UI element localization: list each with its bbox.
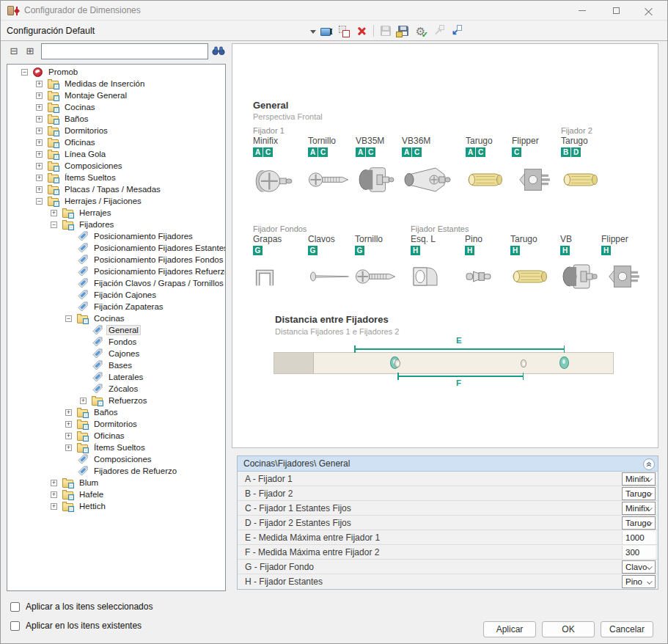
toolbar-separator bbox=[373, 25, 374, 37]
tree-item-general[interactable]: General bbox=[7, 324, 225, 336]
expand-plus-icon[interactable]: + bbox=[36, 175, 43, 181]
expand-plus-icon[interactable]: + bbox=[51, 503, 57, 510]
tree-item-herrajes-fijaciones[interactable]: −Herrajes / Fijaciones bbox=[7, 195, 225, 207]
collapse-minus-icon[interactable]: − bbox=[21, 69, 28, 76]
tree-item-promob[interactable]: −Promob bbox=[7, 66, 225, 78]
tree-item-tems-sueltos[interactable]: +Ítems Sueltos bbox=[7, 442, 225, 453]
expand-plus-icon[interactable]: + bbox=[36, 104, 43, 111]
expand-plus-icon[interactable]: + bbox=[80, 398, 87, 404]
search-input[interactable] bbox=[41, 43, 208, 59]
tree-item-hafele[interactable]: +Hafele bbox=[7, 489, 225, 500]
copy-config-icon[interactable] bbox=[338, 25, 350, 37]
tree-item-ba-os[interactable]: +Baños bbox=[7, 113, 225, 125]
ok-button[interactable]: OK bbox=[542, 621, 595, 637]
tree-item-fijadores-de-refuerzo[interactable]: Fijadores de Refuerzo bbox=[7, 465, 225, 477]
apply-existing-items-option[interactable]: Aplicar en los itens existentes bbox=[10, 621, 142, 631]
chevron-down-icon[interactable] bbox=[310, 30, 316, 37]
property-value-input[interactable]: 1000 bbox=[622, 531, 656, 544]
tree-item-hettich[interactable]: +Hettich bbox=[7, 500, 225, 512]
tree-item-ba-os[interactable]: +Baños bbox=[7, 406, 225, 418]
expand-plus-icon[interactable]: + bbox=[36, 139, 43, 146]
expand-plus-icon[interactable]: + bbox=[65, 421, 72, 428]
tree-item-cocinas[interactable]: −Cocinas bbox=[7, 312, 225, 324]
collapse-all-icon[interactable]: ⊟ bbox=[8, 44, 20, 57]
tree-item-posicionamiento-fijadores[interactable]: Posicionamiento Fijadores bbox=[7, 230, 225, 242]
expand-plus-icon[interactable]: + bbox=[36, 116, 43, 122]
property-dropdown[interactable]: Tarugo bbox=[622, 516, 656, 530]
tree-item-tems-sueltos[interactable]: +Ítems Sueltos bbox=[7, 172, 225, 183]
expand-plus-icon[interactable]: + bbox=[51, 491, 57, 498]
tree-item-fijadores[interactable]: −Fijadores bbox=[7, 219, 225, 230]
expand-all-icon[interactable]: ⊞ bbox=[24, 44, 36, 57]
tree-item-bases[interactable]: Bases bbox=[7, 359, 225, 371]
tree-item-dormitorios[interactable]: +Dormitorios bbox=[7, 125, 225, 136]
tree-item-blum[interactable]: +Blum bbox=[7, 477, 225, 489]
expand-plus-icon[interactable]: + bbox=[36, 163, 43, 169]
expand-plus-icon[interactable]: + bbox=[36, 186, 43, 193]
badge-h: H bbox=[411, 246, 420, 255]
expand-plus-icon[interactable]: + bbox=[36, 81, 43, 87]
tree-item-fijaci-n-clavos-grapas-tornillos[interactable]: Fijación Clavos / Grapas / Tornillos bbox=[7, 277, 225, 289]
tree-item-l-nea-gola[interactable]: +Línea Gola bbox=[7, 148, 225, 160]
expand-plus-icon[interactable]: + bbox=[65, 444, 72, 451]
property-value-input[interactable]: 300 bbox=[622, 546, 656, 559]
tree-item-oficinas[interactable]: +Oficinas bbox=[7, 136, 225, 148]
apply-button[interactable]: Aplicar bbox=[483, 621, 536, 637]
collapse-minus-icon[interactable]: − bbox=[51, 222, 57, 228]
tree-item-dormitorios[interactable]: +Dormitorios bbox=[7, 418, 225, 430]
property-dropdown[interactable]: Minifix bbox=[622, 472, 656, 486]
property-dropdown[interactable]: Clavo bbox=[622, 560, 656, 574]
expand-plus-icon[interactable]: + bbox=[36, 128, 43, 134]
tree-item-fondos[interactable]: Fondos bbox=[7, 336, 225, 348]
close-button[interactable] bbox=[632, 1, 664, 20]
tree-item-posicionamiento-fijadores-estantes[interactable]: Posicionamiento Fijadores Estantes bbox=[7, 242, 225, 254]
tree-item-laterales[interactable]: Laterales bbox=[7, 371, 225, 383]
tag-icon bbox=[92, 348, 103, 359]
apply-selected-items-option[interactable]: Aplicar a los itens seleccionados bbox=[10, 601, 153, 612]
tree-item-cocinas[interactable]: +Cocinas bbox=[7, 101, 225, 113]
tree-item-montaje-general[interactable]: +Montaje General bbox=[7, 89, 225, 101]
tree-item-composiciones[interactable]: +Composiciones bbox=[7, 160, 225, 172]
expand-plus-icon[interactable]: + bbox=[65, 409, 72, 416]
property-dropdown[interactable]: Tarugo bbox=[622, 487, 656, 500]
config-name-combobox[interactable]: Configuración Default bbox=[7, 26, 95, 36]
expand-plus-icon[interactable]: + bbox=[36, 151, 43, 158]
import-icon[interactable] bbox=[449, 25, 462, 37]
tree-item-fijaci-n-zapateras[interactable]: Fijación Zapateras bbox=[7, 301, 225, 312]
delete-config-icon[interactable] bbox=[356, 25, 368, 37]
save-as-icon[interactable] bbox=[397, 25, 409, 37]
property-dropdown[interactable]: Pino bbox=[622, 575, 656, 588]
checkbox-unchecked-icon[interactable] bbox=[10, 621, 20, 631]
search-binoculars-icon[interactable] bbox=[212, 45, 225, 59]
tree-item-composiciones[interactable]: Composiciones bbox=[7, 453, 225, 465]
tree-item-oficinas[interactable]: +Oficinas bbox=[7, 430, 225, 442]
folder-icon bbox=[77, 315, 88, 323]
collapse-minus-icon[interactable]: − bbox=[65, 315, 72, 322]
folder-icon bbox=[77, 409, 88, 417]
tree-item-medidas-de-inserci-n[interactable]: +Medidas de Inserción bbox=[7, 78, 225, 89]
property-dropdown[interactable]: Minifix bbox=[622, 502, 656, 515]
tree-item-refuerzos[interactable]: +Refuerzos bbox=[7, 395, 225, 406]
rename-config-icon[interactable] bbox=[320, 25, 333, 37]
expand-plus-icon[interactable]: + bbox=[65, 433, 72, 439]
tree-item-cajones[interactable]: Cajones bbox=[7, 348, 225, 359]
tree-item-herrajes[interactable]: +Herrajes bbox=[7, 207, 225, 219]
tree-item-fijaci-n-cajones[interactable]: Fijación Cajones bbox=[7, 289, 225, 301]
expand-plus-icon[interactable]: + bbox=[36, 92, 43, 99]
tree-item-posicionamiento-fijadores-fondos[interactable]: Posicionamiento Fijadores Fondos bbox=[7, 254, 225, 266]
checkbox-unchecked-icon[interactable] bbox=[10, 602, 20, 612]
maximize-button[interactable] bbox=[600, 1, 632, 20]
tree-item-label: Posicionamiento Fijadores Estantes bbox=[92, 243, 226, 253]
property-group-header[interactable]: Cocinas\Fijadores\ General bbox=[238, 456, 658, 472]
tree-item-z-calos[interactable]: Zócalos bbox=[7, 383, 225, 395]
apply-config-icon[interactable] bbox=[414, 25, 427, 37]
close-icon bbox=[645, 7, 653, 15]
collapse-minus-icon[interactable]: − bbox=[36, 198, 43, 205]
expand-plus-icon[interactable]: + bbox=[51, 480, 57, 486]
cancel-button[interactable]: Cancelar bbox=[601, 621, 653, 637]
minimize-button[interactable] bbox=[566, 1, 598, 20]
tree-item-placas-tapas-mesadas[interactable]: +Placas / Tapas / Mesadas bbox=[7, 183, 225, 195]
expand-plus-icon[interactable]: + bbox=[51, 210, 57, 216]
tree-item-posicionamiento-fijadores-refuerzos[interactable]: Posicionamiento Fijadores Refuerzos bbox=[7, 266, 225, 277]
collapse-group-button[interactable] bbox=[643, 458, 655, 470]
